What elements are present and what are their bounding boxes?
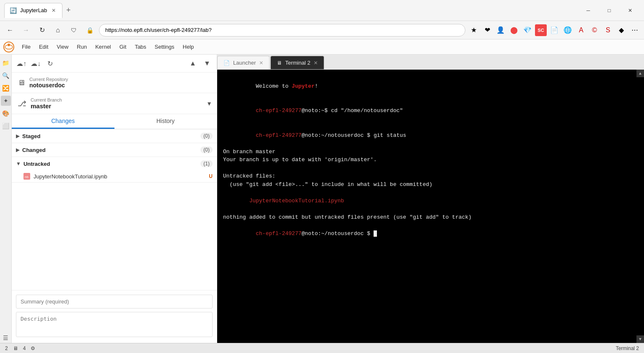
forward-button[interactable]: → bbox=[19, 24, 33, 37]
terminal-scroll-down-button[interactable]: ▼ bbox=[636, 335, 644, 343]
terminal-line-10: JupyterNotebookTutorial.ipynb bbox=[223, 197, 638, 205]
changed-title: Changed bbox=[22, 147, 200, 153]
staged-title: Staged bbox=[22, 133, 200, 139]
tab-favicon: 🔄 bbox=[10, 7, 17, 14]
browser-ext5[interactable]: 🌐 bbox=[562, 24, 574, 36]
file-icon: nb bbox=[23, 173, 30, 180]
browser-ext9[interactable]: ◆ bbox=[615, 24, 627, 36]
menu-settings[interactable]: Settings bbox=[151, 42, 179, 52]
git-section-staged: ▶ Staged (0) bbox=[12, 129, 217, 143]
right-panel: 📄 Launcher ✕ 🖥 Terminal 2 ✕ ▲ Welcome to… bbox=[217, 55, 644, 343]
sidebar-git-icon[interactable]: 🔀 bbox=[1, 83, 11, 93]
untracked-count: (1) bbox=[200, 160, 213, 167]
menu-view[interactable]: View bbox=[52, 42, 73, 52]
tabs-row: 📄 Launcher ✕ 🖥 Terminal 2 ✕ bbox=[217, 55, 644, 70]
sidebar-active-icon[interactable]: ✦ bbox=[1, 96, 11, 106]
launcher-tab-close[interactable]: ✕ bbox=[259, 60, 263, 66]
branch-chevron-icon[interactable]: ▾ bbox=[208, 99, 211, 107]
browser-titlebar: 🔄 JupyterLab ✕ + ─ □ ✕ bbox=[0, 0, 644, 21]
git-summary-input[interactable] bbox=[16, 295, 213, 309]
git-pull-button[interactable]: ☁↓ bbox=[30, 58, 41, 69]
address-input[interactable] bbox=[99, 24, 465, 37]
browser-ext4[interactable]: 📄 bbox=[548, 24, 560, 36]
terminal-area[interactable]: ▲ Welcome to Jupyter! ch-epfl-249277@not… bbox=[217, 70, 644, 343]
terminal-tab-icon: 🖥 bbox=[277, 60, 282, 66]
git-push-button[interactable]: ☁↑ bbox=[16, 58, 27, 69]
sidebar-palette-icon[interactable]: 🎨 bbox=[1, 108, 11, 118]
untracked-section-header[interactable]: ▼ Untracked (1) bbox=[12, 157, 217, 170]
minimize-button[interactable]: ─ bbox=[579, 4, 598, 17]
t-user-3: ch-epfl-249277 bbox=[256, 230, 301, 237]
tab-close-button[interactable]: ✕ bbox=[50, 7, 57, 14]
t-out-4: (use "git add <file>..." to include in w… bbox=[223, 181, 432, 188]
back-button[interactable]: ← bbox=[3, 24, 17, 37]
git-description-input[interactable] bbox=[16, 312, 213, 337]
menu-edit[interactable]: Edit bbox=[35, 42, 52, 52]
bookmark-icon[interactable]: ★ bbox=[468, 24, 480, 36]
untracked-title: Untracked bbox=[23, 161, 200, 167]
git-repo-info: 🖥 Current Repository notouserdoc bbox=[12, 73, 217, 93]
browser-ext7[interactable]: © bbox=[589, 24, 600, 36]
refresh-button[interactable]: ↻ bbox=[35, 24, 49, 37]
t-cursor bbox=[374, 230, 377, 237]
security-icon: 🛡 bbox=[67, 24, 80, 37]
browser-ext3[interactable]: SC bbox=[535, 24, 547, 36]
git-scroll-up-button[interactable]: ▲ bbox=[187, 58, 198, 69]
active-tab[interactable]: 🔄 JupyterLab ✕ bbox=[4, 3, 62, 18]
menu-kernel[interactable]: Kernel bbox=[91, 42, 115, 52]
statusbar-terminal-label: Terminal 2 bbox=[616, 345, 639, 351]
t-host-2: @noto:~/notouserdoc $ bbox=[301, 132, 374, 139]
t-user-2: ch-epfl-249277 bbox=[256, 132, 301, 139]
terminal-scroll-up-button[interactable]: ▲ bbox=[636, 70, 644, 77]
statusbar-left: 2 🖥 4 ⚙ bbox=[5, 345, 35, 351]
address-bar-row: ← → ↻ ⌂ 🛡 🔒 ★ ❤ 👤 ⬤ 💎 SC 📄 🌐 A © S ◆ ⋯ bbox=[0, 21, 644, 39]
git-branch-labels: Current Branch master bbox=[31, 97, 62, 110]
browser-ext6[interactable]: A bbox=[575, 24, 587, 36]
browser-ext1[interactable]: ⬤ bbox=[508, 24, 520, 36]
terminal-tab-close[interactable]: ✕ bbox=[314, 60, 318, 66]
sidebar-files-icon[interactable]: 📁 bbox=[1, 58, 11, 68]
git-scroll-down-button[interactable]: ▼ bbox=[202, 58, 213, 69]
jupyterlab-app: File Edit View Run Kernel Git Tabs Setti… bbox=[0, 39, 644, 353]
maximize-button[interactable]: □ bbox=[600, 4, 619, 17]
menu-help[interactable]: Help bbox=[179, 42, 198, 52]
repo-name: notouserdoc bbox=[29, 82, 68, 89]
browser-ext2[interactable]: 💎 bbox=[522, 24, 533, 36]
t-out-3: Untracked files: bbox=[223, 173, 275, 179]
menubar: File Edit View Run Kernel Git Tabs Setti… bbox=[0, 39, 644, 55]
launcher-tab[interactable]: 📄 Launcher ✕ bbox=[217, 56, 270, 69]
menu-file[interactable]: File bbox=[18, 42, 35, 52]
repo-subtitle: Current Repository bbox=[29, 77, 68, 82]
sidebar-layout-icon[interactable]: ⬜ bbox=[1, 121, 11, 131]
new-tab-button[interactable]: + bbox=[62, 5, 74, 16]
menu-tabs[interactable]: Tabs bbox=[130, 42, 150, 52]
home-button[interactable]: ⌂ bbox=[51, 24, 65, 37]
staged-arrow-icon: ▶ bbox=[16, 133, 20, 139]
untracked-file-item[interactable]: nb JupyterNotebookTutorial.ipynb U bbox=[12, 170, 217, 182]
git-refresh-button[interactable]: ↻ bbox=[44, 58, 55, 69]
menu-git[interactable]: Git bbox=[115, 42, 131, 52]
terminal-tab-label: Terminal 2 bbox=[285, 60, 310, 66]
collections-icon[interactable]: ❤ bbox=[481, 24, 493, 36]
tab-changes[interactable]: Changes bbox=[12, 114, 114, 129]
sidebar-menu-icon[interactable]: ☰ bbox=[1, 333, 11, 343]
staged-section-header[interactable]: ▶ Staged (0) bbox=[12, 129, 217, 143]
t-welcome-text: Welcome to bbox=[256, 83, 292, 89]
browser-ext8[interactable]: S bbox=[602, 24, 614, 36]
changed-section-header[interactable]: ▶ Changed (0) bbox=[12, 143, 217, 157]
staged-count: (0) bbox=[200, 133, 213, 139]
terminal-line-6 bbox=[223, 164, 638, 173]
sidebar-search-icon[interactable]: 🔍 bbox=[1, 71, 11, 81]
profile-icon[interactable]: 👤 bbox=[495, 24, 506, 36]
terminal-tab[interactable]: 🖥 Terminal 2 ✕ bbox=[270, 56, 324, 69]
tab-history[interactable]: History bbox=[114, 114, 217, 129]
main-area: 📁 🔍 🔀 ✦ 🎨 ⬜ ☰ ☁↑ ☁↓ ↻ ▲ ▼ 🖥 Cur bbox=[0, 55, 644, 343]
terminal-line-2: ch-epfl-249277@noto:~$ cd "/home/notouse… bbox=[223, 99, 638, 123]
close-button[interactable]: ✕ bbox=[621, 4, 640, 17]
repo-icon: 🖥 bbox=[18, 78, 25, 87]
statusbar-item-1: 2 bbox=[5, 345, 8, 351]
menu-run[interactable]: Run bbox=[73, 42, 91, 52]
browser-menu[interactable]: ⋯ bbox=[629, 24, 641, 36]
tab-bar: 🔄 JupyterLab ✕ + bbox=[4, 0, 575, 21]
t-out-2: Your branch is up to date with 'origin/m… bbox=[223, 157, 377, 163]
